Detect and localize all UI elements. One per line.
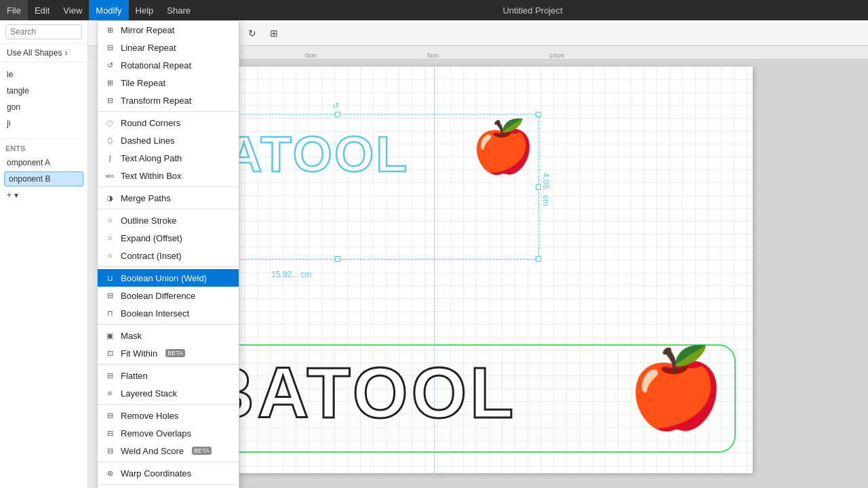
menu-dashed-lines[interactable]: ⬯ Dashed Lines xyxy=(98,131,239,149)
menu-boolean-intersect[interactable]: ⊓ Boolean Intersect xyxy=(98,304,239,322)
boolean-difference-icon: ⊟ xyxy=(104,290,115,301)
menu-contract-inset[interactable]: ○ Contract (Inset) xyxy=(98,247,239,264)
component-a-item[interactable]: omponent A xyxy=(0,155,87,170)
components-label: ENTS xyxy=(0,142,87,155)
menu-linear-repeat[interactable]: ⊟ Linear Repeat xyxy=(98,39,239,56)
menu-transform-repeat[interactable]: ⊟ Transform Repeat xyxy=(98,92,239,109)
layered-stack-icon: ≡ xyxy=(104,388,115,399)
menu-expand-offset-label: Expand (Offset) xyxy=(121,233,182,243)
separator-3 xyxy=(98,209,239,209)
separator-2 xyxy=(98,186,239,187)
ruler-label-0: 0cm xyxy=(305,52,317,59)
sidebar-item-gon[interactable]: gon xyxy=(0,99,87,115)
item-label: ji xyxy=(7,119,10,128)
rotational-repeat-icon: ↺ xyxy=(104,60,115,70)
menu-warp-coordinates[interactable]: ⊛ Warp Coordinates xyxy=(98,464,239,482)
search-input[interactable] xyxy=(5,24,82,39)
sidebar-item-tangle[interactable]: tangle xyxy=(0,83,87,99)
remove-overlaps-icon: ⊟ xyxy=(104,428,115,439)
menu-boolean-difference[interactable]: ⊟ Boolean Difference xyxy=(98,287,239,304)
sidebar-item-ji[interactable]: ji xyxy=(0,115,87,131)
menu-text-along-path[interactable]: ∫ Text Along Path xyxy=(98,149,239,167)
menu-weld-score[interactable]: ⊟ Weld And Score BETA xyxy=(98,442,239,460)
weld-score-icon: ⊟ xyxy=(104,445,115,456)
menu-modify[interactable]: Modify xyxy=(89,0,128,20)
grid-tool[interactable]: ⊞ xyxy=(264,24,283,43)
flip-tool[interactable]: ↻ xyxy=(243,24,262,43)
sidebar: Use All Shapes › le tangle gon ji ENTS o… xyxy=(0,20,88,488)
menu-outline-stroke[interactable]: ○ Outline Stroke xyxy=(98,211,239,229)
handle-mr[interactable] xyxy=(536,184,541,190)
handle-bc[interactable] xyxy=(335,256,340,262)
warp-coordinates-icon: ⊛ xyxy=(104,468,115,479)
menu-rotational-repeat-label: Rotational Repeat xyxy=(121,60,191,70)
menu-file[interactable]: File xyxy=(0,0,28,20)
boolean-union-icon: ⊔ xyxy=(104,272,115,283)
menu-remove-holes[interactable]: ⊟ Remove Holes xyxy=(98,407,239,424)
menu-fit-within[interactable]: ⊡ Fit Within BETA xyxy=(98,344,239,362)
all-shapes-button[interactable]: Use All Shapes › xyxy=(0,44,87,62)
separator-8 xyxy=(98,462,239,462)
menu-layered-stack-label: Layered Stack xyxy=(121,388,177,399)
menu-help[interactable]: Help xyxy=(129,0,161,20)
menu-round-corners[interactable]: ◌ Round Corners xyxy=(98,114,239,131)
menu-merge-paths-label: Merge Paths xyxy=(121,193,171,203)
boolean-intersect-icon: ⊓ xyxy=(104,308,115,319)
linear-repeat-icon: ⊟ xyxy=(104,42,115,53)
handle-tr[interactable] xyxy=(536,112,541,117)
contract-inset-icon: ○ xyxy=(104,250,115,261)
menu-merge-paths[interactable]: ◑ Merge Paths xyxy=(98,189,239,207)
transform-repeat-icon: ⊟ xyxy=(104,95,115,106)
round-corners-icon: ◌ xyxy=(104,117,115,128)
handle-br[interactable] xyxy=(536,256,541,262)
menu-share[interactable]: Share xyxy=(160,0,197,20)
menu-flatten-label: Flatten xyxy=(121,371,148,381)
expand-offset-icon: ○ xyxy=(104,232,115,243)
sidebar-item-le[interactable]: le xyxy=(0,66,87,83)
dimension-height-label: 4.08.. cm xyxy=(541,173,551,206)
menu-view[interactable]: View xyxy=(56,0,89,20)
menu-boolean-difference-label: Boolean Difference xyxy=(121,291,195,301)
menu-boolean-union[interactable]: ⊔ Boolean Union (Weld) xyxy=(98,269,239,287)
mirror-repeat-icon: ⊞ xyxy=(104,24,115,35)
flatten-icon: ⊟ xyxy=(104,370,115,381)
window-title: Untitled Project xyxy=(197,5,868,16)
add-component-button[interactable]: + ▾ xyxy=(0,188,87,203)
rotate-handle[interactable]: ↺ xyxy=(332,101,339,110)
separator-1 xyxy=(98,111,239,112)
chevron-right-icon: › xyxy=(64,48,67,58)
search-bar xyxy=(0,20,87,44)
separator-7 xyxy=(98,404,239,405)
menu-layered-stack[interactable]: ≡ Layered Stack xyxy=(98,384,239,402)
shapes-list: le tangle gon ji xyxy=(0,62,87,136)
menu-mirror-repeat-label: Mirror Repeat xyxy=(121,25,174,35)
handle-tc[interactable] xyxy=(335,112,340,117)
menu-round-corners-label: Round Corners xyxy=(121,118,180,128)
menu-tile-repeat[interactable]: ⊞ Tile Repeat xyxy=(98,74,239,92)
apple-after: 🍎 xyxy=(627,349,724,427)
tile-repeat-icon: ⊞ xyxy=(104,77,115,88)
outline-stroke-icon: ○ xyxy=(104,215,115,226)
menu-rotational-repeat[interactable]: ↺ Rotational Repeat xyxy=(98,56,239,74)
menu-flatten[interactable]: ⊟ Flatten xyxy=(98,367,239,384)
menu-mask-label: Mask xyxy=(121,331,142,341)
fit-within-icon: ⊡ xyxy=(104,348,115,359)
menu-remove-overlaps[interactable]: ⊟ Remove Overlaps xyxy=(98,424,239,442)
menu-weld-score-label: Weld And Score xyxy=(121,446,184,456)
menu-text-within-box-label: Text Within Box xyxy=(121,171,182,181)
separator-5 xyxy=(98,324,239,325)
menu-edit[interactable]: Edit xyxy=(28,0,56,20)
menu-mirror-repeat[interactable]: ⊞ Mirror Repeat xyxy=(98,21,239,39)
component-b-item[interactable]: onponent B xyxy=(4,171,83,186)
menu-mask[interactable]: ▣ Mask xyxy=(98,327,239,344)
menu-text-within-box[interactable]: abc Text Within Box xyxy=(98,167,239,184)
fit-within-badge: BETA xyxy=(165,349,185,357)
all-shapes-label: Use All Shapes xyxy=(7,48,62,58)
ruler-label-5: 5cm xyxy=(427,52,439,59)
menu-expand-offset[interactable]: ○ Expand (Offset) xyxy=(98,229,239,247)
dashed-lines-icon: ⬯ xyxy=(104,135,115,146)
item-label: tangle xyxy=(7,86,29,96)
separator-4 xyxy=(98,266,239,267)
menu-text-along-path-label: Text Along Path xyxy=(121,153,182,163)
menu-remove-overlaps-label: Remove Overlaps xyxy=(121,428,191,439)
